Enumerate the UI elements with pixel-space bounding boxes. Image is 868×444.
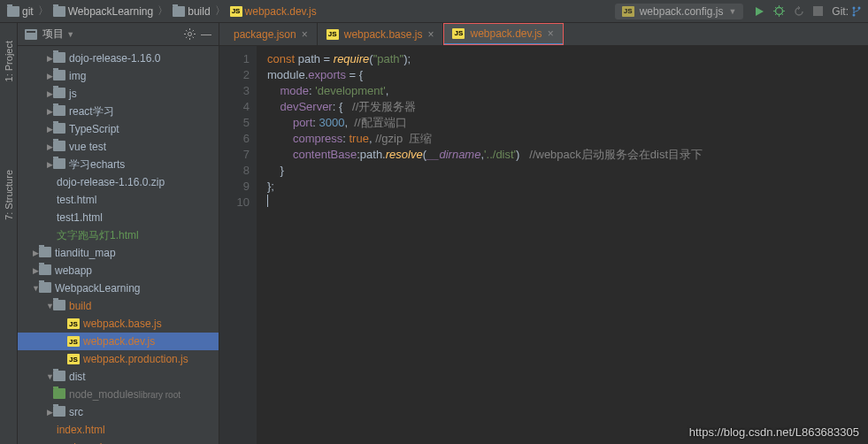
tree-item[interactable]: ▶webapp [18,262,219,279]
editor-area: package.json×JSwebpack.base.js×JSwebpack… [219,23,868,444]
gear-icon[interactable] [184,28,196,40]
tree-item-label: TypeScript [69,123,119,135]
expand-arrow-icon[interactable]: ▶ [46,72,53,80]
expand-arrow-icon[interactable]: ▶ [46,54,53,63]
close-icon[interactable]: × [548,27,554,40]
tree-item-suffix: library root [139,390,181,400]
stop-icon[interactable] [813,6,823,16]
js-icon: JS [67,318,80,329]
tree-item[interactable]: ▶tianditu_map [18,244,219,262]
tree-item-label: js [69,88,77,100]
editor-tab[interactable]: JSwebpack.base.js× [318,23,444,45]
folder-icon [173,6,185,17]
debug-icon[interactable] [773,5,785,17]
tree-item-label: tianditu_map [55,247,116,259]
chevron-right-icon: 〉 [157,4,168,19]
project-panel: 项目 ▼ — ▶dojo-release-1.16.0▶img▶js▶react… [18,23,219,444]
project-title[interactable]: 项目 ▼ [42,27,179,42]
code-content[interactable]: const path = require("path"); module.exp… [257,46,703,444]
tree-item[interactable]: 文字跑马灯1.html [18,226,219,244]
js-icon: JS [326,29,339,40]
tree-item[interactable]: test.html [18,191,219,209]
folder-icon [53,70,65,83]
collapse-icon[interactable]: — [201,28,211,41]
rerun-icon[interactable] [794,6,804,17]
tree-item[interactable]: ▶src [18,403,219,421]
tree-item[interactable]: ▶vue test [18,138,219,156]
tab-label: webpack.dev.js [470,27,542,40]
tree-item-label: node_modules [69,388,139,401]
editor-tab[interactable]: JSwebpack.dev.js× [443,23,563,45]
tree-item-label: src [69,406,83,418]
tab-label: package.json [234,28,296,41]
folder-icon [53,105,65,119]
tree-item[interactable]: ▶img [18,67,219,85]
tree-item-label: 学习echarts [69,157,125,172]
watermark: https://blog.csdn.net/L863683305 [689,425,859,439]
project-tree[interactable]: ▶dojo-release-1.16.0▶img▶js▶react学习▶Type… [18,46,219,444]
tree-item[interactable]: ▼dist [18,368,219,386]
tree-item-label: webpack.dev.js [83,335,155,348]
tree-item[interactable]: ▶学习echarts [18,156,219,173]
editor-tabs: package.json×JSwebpack.base.js×JSwebpack… [219,23,868,46]
code-editor[interactable]: 12345678910 const path = require("path")… [219,46,868,444]
folder-icon [39,282,51,295]
tree-item[interactable]: ▼WebpackLearning [18,279,219,297]
chevron-down-icon: ▼ [728,7,736,16]
js-icon: JS [452,28,465,39]
tree-item-label: webapp [55,264,92,277]
project-tool-button[interactable]: 1: Project [4,41,14,81]
top-toolbar: git 〉 WebpackLearning 〉 build 〉 JS webpa… [0,0,868,23]
tree-item[interactable]: dojo-release-1.16.0.zip [18,173,219,191]
expand-arrow-icon[interactable]: ▼ [46,302,53,310]
svg-rect-5 [25,29,37,40]
svg-point-7 [188,33,192,36]
expand-arrow-icon[interactable]: ▶ [46,125,53,134]
line-gutter: 12345678910 [219,46,257,444]
js-icon: JS [67,354,80,364]
tree-item[interactable]: index.html [18,421,219,439]
expand-arrow-icon[interactable]: ▶ [46,142,53,151]
expand-arrow-icon[interactable]: ▼ [32,284,39,293]
tree-item[interactable]: ▶react学习 [18,103,219,120]
tree-item[interactable]: ▼build [18,297,219,315]
close-icon[interactable]: × [427,28,434,41]
structure-tool-button[interactable]: 7: Structure [4,170,14,220]
expand-arrow-icon[interactable]: ▶ [46,160,53,169]
run-icon[interactable] [754,6,764,17]
tree-item[interactable]: test1.html [18,209,219,226]
tree-item[interactable]: package.json [18,439,219,444]
tree-item-label: build [69,300,91,312]
tree-item-label: index.html [57,424,105,436]
expand-arrow-icon[interactable]: ▶ [46,408,53,417]
tree-item[interactable]: JSwebpack.dev.js [18,333,219,350]
js-icon: JS [67,336,80,347]
folder-icon [39,264,51,278]
expand-arrow-icon[interactable]: ▶ [32,249,39,257]
branch-icon [852,6,861,17]
folder-icon [7,6,19,17]
tree-item[interactable]: ▶js [18,85,219,103]
run-config-selector[interactable]: JS webpack.config.js ▼ [615,4,744,19]
tree-item-label: test1.html [57,211,103,224]
git-menu[interactable]: Git: [832,5,861,18]
tree-item-label: dojo-release-1.16.0 [69,52,160,65]
chevron-right-icon: 〉 [215,4,226,19]
tree-item-label: webpack.base.js [83,318,162,330]
expand-arrow-icon[interactable]: ▶ [46,89,53,98]
editor-tab[interactable]: package.json× [219,23,318,45]
tree-item[interactable]: node_modules library root [18,386,219,403]
expand-arrow-icon[interactable]: ▶ [32,266,39,275]
expand-arrow-icon[interactable]: ▶ [46,107,53,116]
folder-icon [53,123,65,136]
tree-item[interactable]: JSwebpack.base.js [18,315,219,333]
breadcrumb[interactable]: git 〉 WebpackLearning 〉 build 〉 JS webpa… [7,4,615,19]
folder-icon [53,158,65,172]
expand-arrow-icon[interactable]: ▼ [46,372,53,381]
tree-item[interactable]: JSwebpack.production.js [18,350,219,368]
tree-item[interactable]: ▶dojo-release-1.16.0 [18,50,219,67]
tree-item[interactable]: ▶TypeScript [18,120,219,138]
close-icon[interactable]: × [302,28,308,41]
folder-g-icon [53,388,65,402]
tree-item-label: vue test [69,141,106,153]
